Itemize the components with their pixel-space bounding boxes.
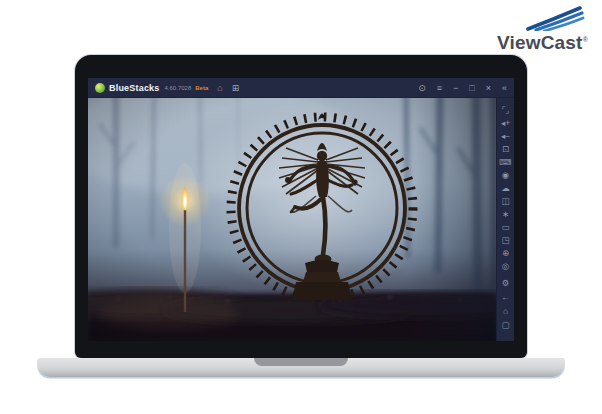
shake-icon[interactable]: ∗: [497, 210, 514, 219]
side-toolbar: ⌜⌟ ◂+ ◂− ⊡ ⌨ ◉ ☁ ◫ ∗ ▭ ◳ ⊕ ◎ ⚙ ← ⌂: [496, 98, 514, 341]
settings-gear-icon[interactable]: ⚙: [497, 279, 514, 288]
location-icon[interactable]: ⊕: [497, 249, 514, 258]
collapse-sidebar-icon[interactable]: «: [502, 83, 507, 93]
volume-down-icon[interactable]: ◂−: [497, 132, 514, 141]
bluestacks-logo-icon: [95, 83, 105, 93]
maximize-button[interactable]: □: [469, 83, 474, 93]
record-icon[interactable]: ◉: [497, 171, 514, 180]
laptop-base: [37, 358, 565, 377]
emulator-screen[interactable]: [88, 98, 496, 341]
camera-icon[interactable]: ◫: [497, 197, 514, 206]
recent-apps-icon[interactable]: ▢: [497, 321, 514, 330]
laptop-screen-bezel: BlueStacks 4.60.7028 Beta ⌂ ⊞ ⊙ ≡ − □ × …: [75, 55, 527, 358]
laptop-base-notch: [254, 358, 348, 366]
help-icon[interactable]: ⊙: [418, 83, 426, 93]
beta-badge: Beta: [195, 85, 208, 91]
multi-window-icon[interactable]: ◳: [497, 236, 514, 245]
android-home-icon[interactable]: ⌂: [497, 307, 514, 316]
keyboard-controls-icon[interactable]: ⌨: [497, 158, 514, 167]
menu-icon[interactable]: ≡: [437, 83, 442, 93]
registered-mark: ®: [583, 36, 588, 43]
close-button[interactable]: ×: [486, 83, 491, 93]
cloud-sync-icon[interactable]: ☁: [497, 184, 514, 193]
viewcast-logo: ViewCast®: [468, 5, 588, 52]
viewcast-wordmark: ViewCast®: [468, 31, 588, 52]
macro-icon[interactable]: ◎: [497, 262, 514, 271]
bluestacks-titlebar: BlueStacks 4.60.7028 Beta ⌂ ⊞ ⊙ ≡ − □ × …: [88, 78, 514, 98]
minimize-button[interactable]: −: [453, 83, 458, 93]
bluestacks-window: BlueStacks 4.60.7028 Beta ⌂ ⊞ ⊙ ≡ − □ × …: [88, 78, 514, 341]
window-body: ⌜⌟ ◂+ ◂− ⊡ ⌨ ◉ ☁ ◫ ∗ ▭ ◳ ⊕ ◎ ⚙ ← ⌂: [88, 98, 514, 341]
volume-up-icon[interactable]: ◂+: [497, 119, 514, 128]
multi-instance-icon[interactable]: ⊞: [232, 83, 240, 93]
laptop-mockup: ViewCast® BlueStacks 4.60.7028 Beta ⌂ ⊞ …: [0, 0, 602, 414]
media-folder-icon[interactable]: ▭: [497, 223, 514, 232]
app-title: BlueStacks: [109, 83, 160, 93]
fullscreen-icon[interactable]: ⌜⌟: [497, 106, 514, 115]
app-version: 4.60.7028: [165, 85, 192, 91]
back-icon[interactable]: ←: [497, 293, 514, 302]
viewcast-swoosh-icon: [522, 5, 586, 31]
screenshot-icon[interactable]: ⊡: [497, 145, 514, 154]
nataraja-scene-image: [88, 98, 496, 341]
home-icon[interactable]: ⌂: [217, 83, 222, 93]
